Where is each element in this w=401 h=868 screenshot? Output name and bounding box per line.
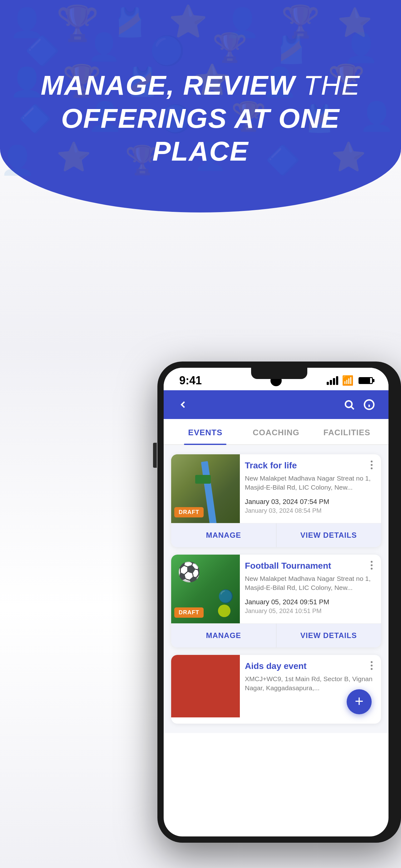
signal-icon [327, 376, 338, 385]
card-menu-2[interactable] [366, 560, 377, 571]
event-address-2: New Malakpet Madhava Nagar Streat no 1, … [245, 574, 376, 592]
event-title-3: Aids day event [245, 661, 376, 671]
event-image-1: DRAFT [171, 454, 240, 523]
info-button[interactable] [362, 398, 376, 411]
event-image-3 [171, 655, 240, 724]
status-time: 9:41 [179, 374, 202, 387]
event-card-1: DRAFT Track for lif [171, 454, 381, 547]
event-card-2: ⚽ 🔵 DRAFT [171, 555, 381, 647]
card-menu-3[interactable] [366, 660, 377, 671]
event-date-primary-2: January 05, 2024 09:51 PM [245, 598, 376, 606]
event-title-1: Track for life [245, 461, 376, 470]
event-image-2: ⚽ 🔵 DRAFT [171, 555, 240, 623]
tab-facilities[interactable]: FACILITIES [311, 419, 382, 444]
draft-badge-2: DRAFT [174, 608, 204, 618]
tab-bar: EVENTS COACHING FACILITIES [164, 419, 389, 445]
fab-add-button[interactable]: + [347, 689, 372, 714]
battery-icon [359, 377, 373, 384]
tab-events[interactable]: EVENTS [170, 419, 241, 444]
draft-badge-1: DRAFT [174, 507, 204, 518]
wifi-icon: 📶 [342, 375, 354, 386]
card-menu-1[interactable] [366, 459, 377, 470]
event-card-3: Aids day event XMCJ+WC9, 1st Main Rd, Se… [171, 655, 381, 724]
headline-line2: OFFERINGS AT ONE PLACE [61, 103, 340, 167]
search-button[interactable] [342, 398, 356, 411]
event-date-secondary-2: January 05, 2024 10:51 PM [245, 608, 376, 615]
app-header [164, 390, 389, 419]
svg-point-0 [345, 401, 352, 407]
manage-button-2[interactable]: MANAGE [171, 624, 276, 647]
headline-bold: MANAGE, REVIEW [41, 70, 295, 101]
status-icons: 📶 [327, 375, 373, 386]
events-list: DRAFT Track for lif [164, 445, 389, 733]
headline-normal: THE [295, 70, 360, 101]
event-title-2: Football Tournament [245, 561, 376, 571]
headline: MANAGE, REVIEW THE OFFERINGS AT ONE PLAC… [19, 69, 382, 168]
event-address-1: New Malakpet Madhava Nagar Streat no 1, … [245, 474, 376, 492]
back-button[interactable] [176, 398, 190, 411]
event-date-secondary-1: January 03, 2024 08:54 PM [245, 507, 376, 514]
view-details-button-1[interactable]: VIEW DETAILS [276, 523, 381, 547]
svg-line-1 [352, 407, 354, 409]
view-details-button-2[interactable]: VIEW DETAILS [276, 624, 381, 647]
tab-coaching[interactable]: COACHING [241, 419, 312, 444]
manage-button-1[interactable]: MANAGE [171, 523, 276, 547]
event-date-primary-1: January 03, 2024 07:54 PM [245, 498, 376, 506]
